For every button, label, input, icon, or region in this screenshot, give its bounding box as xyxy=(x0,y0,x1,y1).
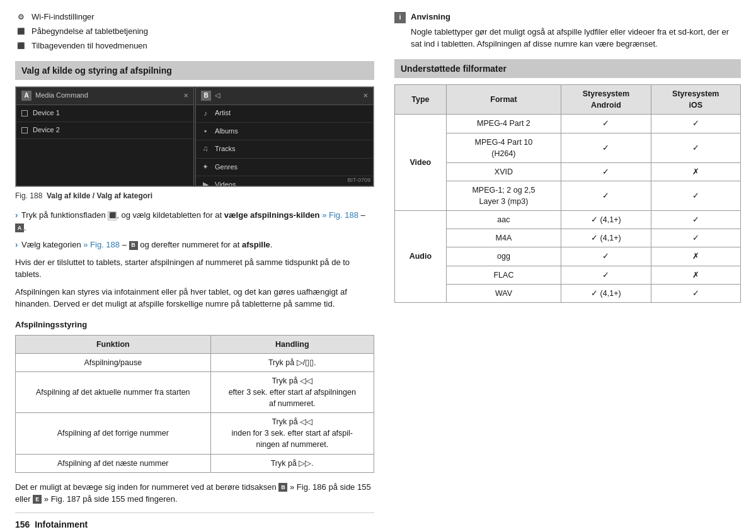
panel-b-item-videos[interactable]: ▶ Videos xyxy=(196,176,373,186)
footer-link-2: » Fig. 187 på side 155 xyxy=(44,494,125,504)
ios-mpeg4p10: ✓ xyxy=(651,133,740,162)
col-format: Format xyxy=(446,85,561,115)
format-mpeg4p10: MPEG-4 Part 10(H264) xyxy=(446,133,561,162)
row-3-handling: Tryk på ◁◁inden for 3 sek. efter start a… xyxy=(210,413,374,454)
panel-b-item-artist[interactable]: ♪ Artist xyxy=(196,105,373,123)
box-label-e: E xyxy=(33,495,42,504)
ios-aac: ✓ xyxy=(651,211,740,229)
panel-b-item-albums[interactable]: ▪ Albums xyxy=(196,123,373,140)
col-android: StyresystemAndroid xyxy=(561,85,651,115)
table-row: MPEG-4 Part 10(H264) ✓ ✓ xyxy=(395,133,741,162)
bold-text-2: afspille xyxy=(242,240,270,249)
row-4-handling: Tryk på ▷▷. xyxy=(210,454,374,472)
body-paragraph-2: › Vælg kategorien » Fig. 188 – B og dere… xyxy=(15,239,374,251)
table-row: MPEG-1; 2 og 2,5Layer 3 (mp3) ✓ ✓ xyxy=(395,181,741,210)
anvisning-box: i Anvisning Nogle tablettyper gør det mu… xyxy=(394,11,741,50)
footer-text: Det er muligt at bevæge sig inden for nu… xyxy=(15,482,374,506)
body-paragraph-1: › Tryk på funktionsfladen ⬛, og vælg kil… xyxy=(15,209,374,234)
ios-xvid: ✗ xyxy=(651,162,740,181)
row-2-funktion: Afspilning af det aktuelle nummer fra st… xyxy=(16,371,211,412)
android-mpeg4p2: ✓ xyxy=(561,115,651,133)
ios-wav: ✓ xyxy=(651,284,740,302)
menu-items-list: ⚙ Wi-Fi-indstillinger ⬛ Påbegyndelse af … xyxy=(15,11,374,52)
menu-item-wifi: ⚙ Wi-Fi-indstillinger xyxy=(15,11,374,23)
box-label-b: B xyxy=(129,241,138,250)
panel-a-header: A Media Command × xyxy=(16,88,193,105)
page-layout: ⚙ Wi-Fi-indstillinger ⬛ Påbegyndelse af … xyxy=(15,11,741,531)
panel-b-header: B ◁ × xyxy=(196,88,373,105)
panel-b-close-icon: × xyxy=(363,90,368,102)
table-row: Video MPEG-4 Part 2 ✓ ✓ xyxy=(395,115,741,133)
tracks-label: Tracks xyxy=(215,144,236,154)
menu-item-tablet-start-label: Påbegyndelse af tabletbetjening xyxy=(32,26,148,38)
panel-a-title: Media Command xyxy=(35,91,183,101)
table-row: Afspilning af det aktuelle nummer fra st… xyxy=(16,371,374,412)
android-ogg: ✓ xyxy=(561,247,651,266)
fig-link-2: » Fig. 188 xyxy=(83,240,120,249)
panel-b-item-genres[interactable]: ✦ Genres xyxy=(196,159,373,176)
format-m4a: M4A xyxy=(446,229,561,247)
format-aac: aac xyxy=(446,211,561,229)
box-label-b2: B xyxy=(278,483,287,492)
albums-icon: ▪ xyxy=(201,126,210,137)
bold-text-1: vælge afspilnings-kilden xyxy=(224,210,320,220)
device2-icon xyxy=(21,127,28,133)
albums-label: Albums xyxy=(215,127,238,137)
table-row: ogg ✓ ✗ xyxy=(395,247,741,266)
android-flac: ✓ xyxy=(561,266,651,284)
device1-icon xyxy=(21,110,28,116)
table-row: Audio aac ✓ (4,1+) ✓ xyxy=(395,211,741,229)
format-flac: FLAC xyxy=(446,266,561,284)
table-row: Afspilning af det forrige nummer Tryk på… xyxy=(16,413,374,454)
panel-b-item-tracks[interactable]: ♫ Tracks xyxy=(196,140,373,158)
section-heading-right: Understøttede filformater xyxy=(394,59,741,78)
android-mpeg4p10: ✓ xyxy=(561,133,651,162)
android-wav: ✓ (4,1+) xyxy=(561,284,651,302)
panel-a-item-device1[interactable]: Device 1 xyxy=(16,105,193,122)
box-label-a: A xyxy=(15,224,24,232)
playback-table-title: Afspilningsstyring xyxy=(15,319,374,331)
row-2-handling: Tryk på ◁◁efter 3 sek. efter start af af… xyxy=(210,371,374,412)
panel-b-label: B xyxy=(201,91,211,101)
anvisning-content: Anvisning Nogle tablettyper gør det muli… xyxy=(411,11,741,50)
device1-label: Device 1 xyxy=(33,108,60,118)
bit-tag: BIT-0709 xyxy=(347,176,370,184)
panel-a-item-device2[interactable]: Device 2 xyxy=(16,122,193,139)
col-funktion: Funktion xyxy=(16,335,211,353)
format-wav: WAV xyxy=(446,284,561,302)
right-column: i Anvisning Nogle tablettyper gør det mu… xyxy=(394,11,741,531)
table-row: Afspilning af det næste nummer Tryk på ▷… xyxy=(16,454,374,472)
file-formats-table: Type Format StyresystemAndroid Styresyst… xyxy=(394,84,741,303)
footer-link-1: » Fig. 186 på side 155 xyxy=(290,482,371,492)
menu-item-tablet-return: ⬛ Tilbagevenden til hovedmenuen xyxy=(15,40,374,52)
playback-table: Funktion Handling Afspilning/pause Tryk … xyxy=(15,335,374,473)
artist-icon: ♪ xyxy=(201,108,210,119)
arrow-icon-1: › xyxy=(15,210,18,220)
android-mp3: ✓ xyxy=(561,181,651,210)
col-ios: StyresystemiOS xyxy=(651,85,740,115)
panel-a: A Media Command × Device 1 Device 2 xyxy=(16,87,194,186)
panel-a-close-icon: × xyxy=(183,90,188,102)
ios-m4a: ✓ xyxy=(651,229,740,247)
tracks-icon: ♫ xyxy=(201,144,210,154)
panel-b-title: ◁ xyxy=(215,91,363,101)
left-column: ⚙ Wi-Fi-indstillinger ⬛ Påbegyndelse af … xyxy=(15,11,374,531)
tablet-icon-2: ⬛ xyxy=(15,40,26,52)
table-row: FLAC ✓ ✗ xyxy=(395,266,741,284)
page-label: Infotainment xyxy=(35,519,88,529)
arrow-icon-2: › xyxy=(15,240,18,249)
figure-caption-bold: Valg af kilde / Valg af kategori xyxy=(47,191,152,200)
genres-icon: ✦ xyxy=(201,162,210,173)
videos-icon: ▶ xyxy=(201,179,210,186)
anvisning-text: Nogle tablettyper gør det muligt også at… xyxy=(411,26,741,50)
format-ogg: ogg xyxy=(446,247,561,266)
tablet-icon-1: ⬛ xyxy=(15,26,26,37)
row-1-handling: Tryk på ▷/▯▯. xyxy=(210,353,374,371)
artist-label: Artist xyxy=(215,108,231,118)
format-mpeg4p2: MPEG-4 Part 2 xyxy=(446,115,561,133)
android-m4a: ✓ (4,1+) xyxy=(561,229,651,247)
function-icon: ⬛ xyxy=(108,212,117,220)
panel-b: B ◁ × ♪ Artist ▪ Albums ♫ Tracks ✦ xyxy=(195,87,374,186)
android-aac: ✓ (4,1+) xyxy=(561,211,651,229)
row-1-funktion: Afspilning/pause xyxy=(16,353,211,371)
